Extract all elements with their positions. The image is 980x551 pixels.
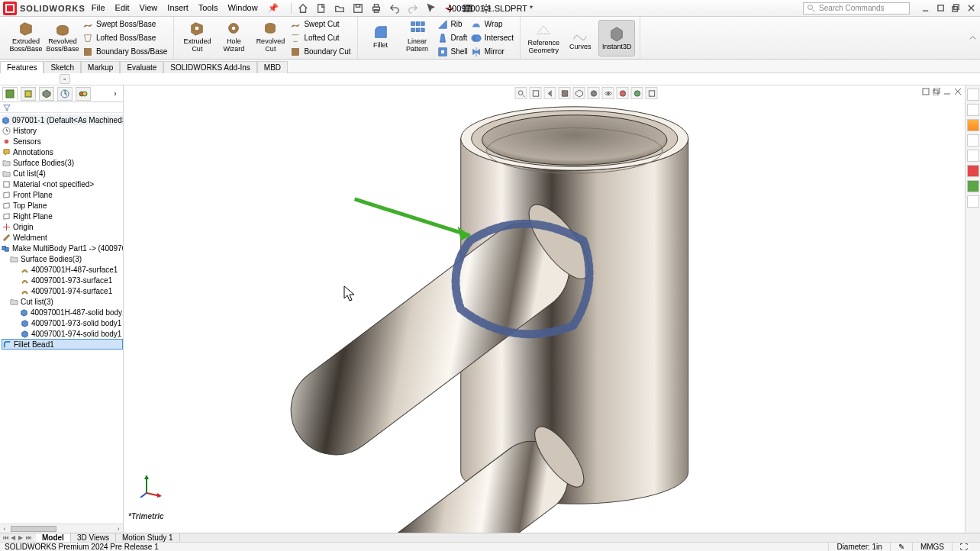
- shell-button[interactable]: Shell: [436, 46, 469, 58]
- taskpane-library-icon[interactable]: [967, 119, 979, 131]
- revolved-cut-button[interactable]: RevolvedCut: [252, 18, 289, 55]
- menu-view[interactable]: View: [140, 3, 158, 12]
- tree-top-plane[interactable]: Top Plane: [2, 200, 123, 211]
- tree-body-item[interactable]: 40097001-973-solid body1: [2, 317, 123, 328]
- rib-button[interactable]: Rib: [436, 18, 469, 31]
- tab-motion-study[interactable]: Motion Study 1: [116, 533, 180, 542]
- status-edit-icon[interactable]: ✎: [890, 543, 912, 551]
- minimize-icon[interactable]: [919, 3, 931, 14]
- taskpane-properties-icon[interactable]: [967, 180, 979, 192]
- tab-3d-views[interactable]: 3D Views: [71, 533, 116, 542]
- status-expand-icon[interactable]: ⛶: [952, 543, 975, 551]
- redo-icon[interactable]: [406, 2, 420, 15]
- intersect-button[interactable]: Intersect: [469, 32, 515, 44]
- taskpane-resources-icon[interactable]: [967, 104, 979, 116]
- extruded-boss-button[interactable]: ExtrudedBoss/Base: [8, 18, 44, 55]
- new-icon[interactable]: [314, 2, 328, 15]
- collapse-ribbon-icon[interactable]: [969, 31, 977, 45]
- tab-evaluate[interactable]: Evaluate: [120, 61, 163, 73]
- tree-right-plane[interactable]: Right Plane: [2, 211, 123, 221]
- taskpane-explorer-icon[interactable]: [967, 134, 979, 147]
- fm-tab-config-icon[interactable]: [39, 87, 54, 101]
- tab-sketch[interactable]: Sketch: [44, 61, 81, 73]
- tree-surface-item[interactable]: 40097001-973-surface1: [2, 275, 123, 285]
- lofted-boss-button[interactable]: Lofted Boss/Base: [81, 32, 169, 44]
- taskpane-home-icon[interactable]: [967, 89, 979, 101]
- tab-markup[interactable]: Markup: [81, 61, 120, 73]
- fm-tab-property-icon[interactable]: [21, 87, 36, 101]
- select-icon[interactable]: [424, 2, 438, 15]
- tree-multibody[interactable]: Make MultiBody Part1 -> (40097001): [2, 243, 123, 253]
- tree-cutlist4[interactable]: Cut list(4): [2, 168, 123, 179]
- tree-horizontal-scrollbar[interactable]: ‹›: [0, 524, 123, 533]
- boundary-cut-button[interactable]: Boundary Cut: [289, 46, 352, 58]
- feature-manager-tabs: ›: [0, 85, 123, 102]
- tree-weldment[interactable]: Weldment: [2, 232, 123, 243]
- taskpane-view-icon[interactable]: [967, 150, 979, 162]
- menu-window[interactable]: Window: [227, 3, 257, 12]
- menu-insert[interactable]: Insert: [167, 3, 189, 12]
- tree-annotations[interactable]: Annotations: [2, 147, 123, 157]
- tree-surfaces-folder[interactable]: Surface Bodies(3): [2, 253, 123, 264]
- maximize-icon[interactable]: [934, 3, 946, 14]
- instant3d-button[interactable]: Instant3D: [598, 20, 635, 56]
- hole-wizard-button[interactable]: HoleWizard: [215, 18, 252, 55]
- fm-tab-dim-icon[interactable]: [57, 87, 73, 101]
- mirror-button[interactable]: Mirror: [469, 46, 515, 58]
- tree-body-item[interactable]: 40097001H-487-solid body1: [2, 307, 123, 317]
- swept-cut-button[interactable]: Swept Cut: [289, 18, 352, 31]
- swept-boss-button[interactable]: Swept Boss/Base: [81, 18, 169, 31]
- close-icon[interactable]: [965, 3, 977, 14]
- fm-tab-display-icon[interactable]: [76, 87, 91, 101]
- tab-addins[interactable]: SOLIDWORKS Add-Ins: [163, 61, 256, 73]
- tree-body-item[interactable]: 40097001-974-solid body1: [2, 328, 123, 339]
- wrap-button[interactable]: Wrap: [469, 18, 515, 31]
- tree-sensors[interactable]: Sensors: [2, 136, 123, 147]
- main-menu: File Edit View Insert Tools Window 📌: [92, 3, 286, 13]
- tree-selected-feature[interactable]: Fillet Bead1: [2, 339, 123, 350]
- taskpane-forum-icon[interactable]: [967, 195, 979, 208]
- revolved-boss-button[interactable]: RevolvedBoss/Base: [44, 18, 81, 55]
- undo-icon[interactable]: [388, 2, 401, 15]
- lofted-cut-button[interactable]: Lofted Cut: [289, 32, 352, 44]
- tree-root[interactable]: 097001-1 (Default<As Machined>) <<Defaul…: [2, 114, 123, 125]
- tab-features[interactable]: Features: [0, 61, 44, 73]
- extruded-cut-button[interactable]: ExtrudedCut: [179, 18, 215, 55]
- menu-edit[interactable]: Edit: [115, 3, 130, 12]
- fm-filter-row[interactable]: [0, 102, 123, 113]
- tree-history[interactable]: History: [2, 125, 123, 136]
- tree-surface-item[interactable]: 40097001H-487-surface1: [2, 264, 123, 275]
- tree-surface-item[interactable]: 40097001-974-surface1: [2, 285, 123, 296]
- print-icon[interactable]: [369, 2, 383, 15]
- svg-point-20: [232, 26, 237, 31]
- fm-tab-tree-icon[interactable]: [2, 87, 18, 101]
- tree-cutlist-folder[interactable]: Cut list(3): [2, 296, 123, 307]
- graphics-viewport[interactable]: *Trimetric: [124, 85, 965, 533]
- fm-tab-overflow-icon[interactable]: ›: [110, 89, 121, 98]
- tab-mbd[interactable]: MBD: [257, 61, 288, 73]
- save-icon[interactable]: [351, 2, 365, 15]
- menu-pin-icon[interactable]: 📌: [268, 3, 279, 12]
- taskpane-appearance-icon[interactable]: [967, 165, 979, 177]
- menu-tools[interactable]: Tools: [198, 3, 218, 12]
- open-icon[interactable]: [333, 2, 347, 15]
- tree-origin[interactable]: Origin: [2, 221, 123, 232]
- curves-button[interactable]: Curves: [562, 20, 598, 56]
- tab-model[interactable]: Model: [36, 533, 71, 542]
- fillet-button[interactable]: Fillet: [363, 18, 399, 55]
- tree-front-plane[interactable]: Front Plane: [2, 189, 123, 200]
- menu-file[interactable]: File: [92, 3, 105, 12]
- boundary-boss-button[interactable]: Boundary Boss/Base: [81, 46, 169, 58]
- home-icon[interactable]: [296, 2, 310, 15]
- reference-geometry-button[interactable]: ReferenceGeometry: [525, 20, 562, 56]
- tree-material[interactable]: Material <not specified>: [2, 179, 123, 189]
- status-units[interactable]: MMGS: [912, 543, 952, 551]
- tree-surfaces[interactable]: Surface Bodies(3): [2, 157, 123, 168]
- search-commands-input[interactable]: Search Commands: [803, 2, 910, 14]
- config-chip[interactable]: ◦: [60, 74, 70, 84]
- linear-pattern-button[interactable]: LinearPattern: [399, 18, 436, 55]
- restore-icon[interactable]: [949, 3, 962, 14]
- draft-button[interactable]: Draft: [436, 32, 469, 44]
- tab-nav-buttons[interactable]: ⏮◀▶⏭: [0, 534, 36, 541]
- orientation-triad-icon[interactable]: [139, 473, 163, 498]
